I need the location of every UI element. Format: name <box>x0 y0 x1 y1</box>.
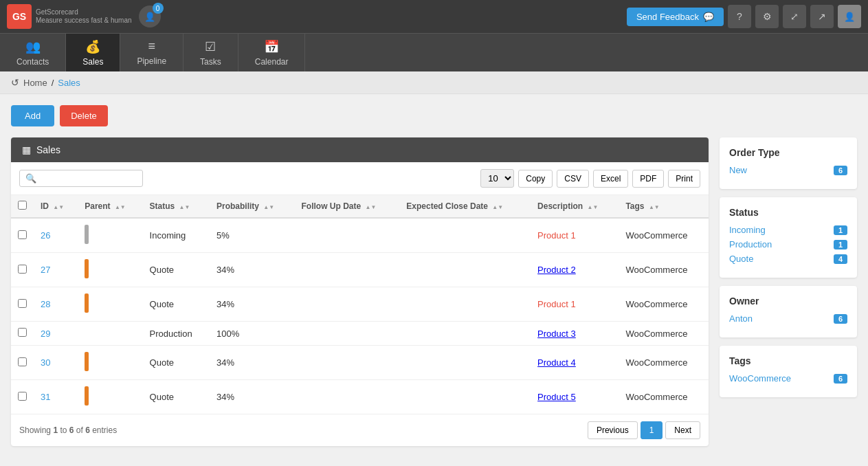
row-checkbox-cell <box>11 380 34 414</box>
row-checkbox[interactable] <box>18 392 27 401</box>
row-follow-up <box>295 322 400 346</box>
row-probability: 34% <box>210 287 295 322</box>
row-follow-up <box>295 287 400 322</box>
showing-text: Showing 1 to 6 of 6 entries <box>19 425 117 435</box>
row-checkbox[interactable] <box>18 357 27 366</box>
table-row: 31 Quote 34% Product 5 WooCommerce <box>11 380 709 414</box>
delete-button[interactable]: Delete <box>60 105 108 126</box>
table-section: ▦ Sales 🔍 10 25 50 Copy <box>11 137 709 446</box>
nav-bar: 👥 Contacts 💰 Sales ≡ Pipeline ☑ Tasks 📅 … <box>0 33 868 71</box>
user-avatar[interactable]: 👤 <box>838 5 861 28</box>
status-indicator <box>85 293 89 313</box>
row-status: Production <box>143 322 210 346</box>
header-follow-up-date[interactable]: Follow Up Date ▲▼ <box>295 195 400 218</box>
logo-text: GetScorecard Measure success fast & huma… <box>36 8 132 25</box>
nav-item-sales[interactable]: 💰 Sales <box>66 34 120 71</box>
settings-button[interactable]: ⚙ <box>755 5 779 28</box>
row-description: Product 5 <box>531 380 619 414</box>
row-parent <box>78 322 142 346</box>
user-icon: 👤 <box>844 12 855 22</box>
filter-label-incoming[interactable]: Incoming <box>729 225 766 235</box>
expand-button[interactable]: ⤢ <box>783 5 806 28</box>
print-button[interactable]: Print <box>668 170 700 188</box>
pdf-button[interactable]: PDF <box>632 170 664 188</box>
row-checkbox[interactable] <box>18 299 27 308</box>
search-input[interactable] <box>41 173 137 184</box>
nav-item-calendar[interactable]: 📅 Calendar <box>238 34 306 71</box>
id-link[interactable]: 28 <box>41 299 50 309</box>
id-link[interactable]: 26 <box>41 230 50 241</box>
filter-badge-anton: 6 <box>834 314 847 324</box>
row-checkbox[interactable] <box>18 328 27 337</box>
select-all-checkbox[interactable] <box>18 201 27 210</box>
row-status: Quote <box>143 287 210 322</box>
filter-label-woocommerce[interactable]: WooCommerce <box>729 373 791 384</box>
row-expected-close <box>399 287 531 322</box>
table-row: 29 Production 100% Product 3 WooCommerce <box>11 322 709 346</box>
excel-button[interactable]: Excel <box>593 170 628 188</box>
header-tags[interactable]: Tags ▲▼ <box>619 195 709 218</box>
content-area: Add Delete ▦ Sales 🔍 <box>0 94 868 457</box>
share-icon: ↗ <box>818 11 826 22</box>
row-checkbox[interactable] <box>18 265 27 274</box>
filter-badge-production: 1 <box>834 240 847 249</box>
row-tags: WooCommerce <box>619 218 709 253</box>
row-checkbox-cell <box>11 322 34 346</box>
row-status: Quote <box>143 346 210 380</box>
page-1-button[interactable]: 1 <box>641 421 663 439</box>
description-link[interactable]: Product 3 <box>537 329 576 339</box>
filter-label-anton[interactable]: Anton <box>729 313 753 324</box>
id-link[interactable]: 30 <box>41 357 50 368</box>
row-probability: 34% <box>210 380 295 414</box>
description-link[interactable]: Product 2 <box>537 265 576 275</box>
page-size-select[interactable]: 10 25 50 <box>480 169 514 188</box>
filter-label-quote[interactable]: Quote <box>729 254 753 264</box>
add-button[interactable]: Add <box>11 105 54 126</box>
copy-button[interactable]: Copy <box>518 170 553 188</box>
sales-icon: 💰 <box>85 39 100 54</box>
nav-item-contacts[interactable]: 👥 Contacts <box>0 34 66 71</box>
filter-label-production[interactable]: Production <box>729 239 772 249</box>
row-checkbox[interactable] <box>18 230 27 239</box>
header-expected-close-date[interactable]: Expected Close Date ▲▼ <box>399 195 531 218</box>
help-button[interactable]: ? <box>728 5 751 28</box>
breadcrumb-home[interactable]: Home <box>23 78 47 88</box>
status-filter: Status Incoming 1 Production 1 Quote 4 <box>720 197 857 278</box>
row-status: Incoming <box>143 218 210 253</box>
id-link[interactable]: 29 <box>41 329 50 339</box>
status-indicator <box>85 225 89 244</box>
header-id[interactable]: ID ▲▼ <box>34 195 78 218</box>
row-probability: 34% <box>210 346 295 380</box>
filter-label-new[interactable]: New <box>729 165 747 175</box>
description-link[interactable]: Product 1 <box>537 230 576 241</box>
feedback-button[interactable]: Send Feedback 💬 <box>627 8 724 26</box>
header-status[interactable]: Status ▲▼ <box>143 195 210 218</box>
nav-item-tasks[interactable]: ☑ Tasks <box>183 34 238 71</box>
header-probability[interactable]: Probability ▲▼ <box>210 195 295 218</box>
header-parent[interactable]: Parent ▲▼ <box>78 195 142 218</box>
breadcrumb-current: Sales <box>58 78 80 88</box>
showing-from: 1 <box>53 425 58 435</box>
share-button[interactable]: ↗ <box>810 5 834 28</box>
row-follow-up <box>295 253 400 287</box>
id-link[interactable]: 31 <box>41 392 50 402</box>
description-link[interactable]: Product 1 <box>537 299 576 309</box>
showing-to: 6 <box>69 425 74 435</box>
toolbar-right: 10 25 50 Copy CSV Excel PDF Print <box>480 169 700 188</box>
refresh-icon[interactable]: ↺ <box>11 77 19 88</box>
notification-button[interactable]: 👤 0 <box>139 5 161 27</box>
next-button[interactable]: Next <box>665 421 700 439</box>
header-description[interactable]: Description ▲▼ <box>531 195 619 218</box>
card-title: Sales <box>36 144 60 155</box>
row-id: 29 <box>34 322 78 346</box>
card-header: ▦ Sales <box>11 137 709 162</box>
description-link[interactable]: Product 4 <box>537 357 576 368</box>
row-checkbox-cell <box>11 346 34 380</box>
nav-item-pipeline[interactable]: ≡ Pipeline <box>120 34 183 71</box>
csv-button[interactable]: CSV <box>557 170 589 188</box>
previous-button[interactable]: Previous <box>588 421 638 439</box>
description-link[interactable]: Product 5 <box>537 392 576 402</box>
search-icon: 🔍 <box>25 173 36 184</box>
row-expected-close <box>399 322 531 346</box>
id-link[interactable]: 27 <box>41 265 50 275</box>
